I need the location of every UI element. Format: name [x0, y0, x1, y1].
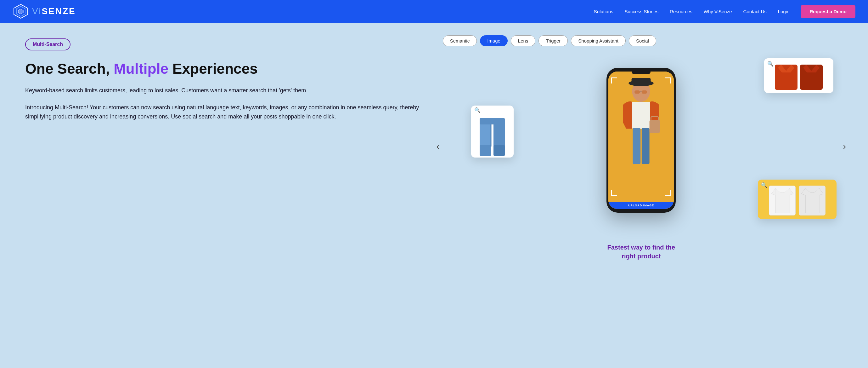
svg-rect-8	[634, 90, 640, 93]
request-demo-button[interactable]: Request a Demo	[801, 5, 856, 18]
upload-bar: UPLOAD IMAGE	[608, 202, 674, 209]
headline-part2: Experiences	[168, 60, 258, 77]
crop-corner-br	[664, 189, 671, 198]
svg-rect-18	[479, 145, 491, 156]
next-arrow[interactable]: ›	[840, 138, 849, 155]
phone-mockup: 👕	[607, 68, 676, 213]
phone-demo-area: ‹ 🔍	[433, 55, 849, 238]
phone-screen: 👕	[608, 72, 674, 209]
search-icon-jeans: 🔍	[474, 107, 480, 113]
nav-why-visenze[interactable]: Why ViSenze	[704, 9, 732, 14]
card-shirts: 🔍	[758, 179, 837, 219]
svg-rect-11	[632, 102, 650, 129]
svg-rect-9	[642, 90, 647, 93]
body-text-2: Introducing Multi-Search! Your customers…	[25, 103, 421, 122]
crop-corner-tr	[664, 77, 671, 85]
jeans-image	[478, 118, 506, 156]
crop-corner-bl	[611, 189, 618, 198]
jacket-1	[775, 64, 798, 90]
nav-login[interactable]: Login	[778, 9, 789, 14]
shirt-1	[769, 186, 796, 216]
card-jackets: 🔍	[764, 58, 833, 93]
headline: One Search, Multiple Experiences	[25, 60, 421, 77]
svg-rect-12	[633, 128, 641, 164]
tab-trigger[interactable]: Trigger	[538, 35, 568, 46]
navbar-links: Solutions Success Stories Resources Why …	[594, 5, 856, 18]
phone-image-area: 👕	[608, 72, 674, 209]
shirt-2	[799, 186, 826, 216]
navbar: ViSENZE Solutions Success Stories Resour…	[0, 0, 868, 23]
filter-tabs: Semantic Image Lens Trigger Shopping Ass…	[443, 35, 656, 46]
logo-text: ViSENZE	[32, 6, 76, 17]
jacket-2	[800, 64, 823, 90]
headline-purple: Multiple	[114, 60, 168, 77]
nav-solutions[interactable]: Solutions	[594, 9, 613, 14]
bottom-caption: Fastest way to find the right product	[608, 243, 675, 260]
phone-notch	[632, 69, 651, 74]
svg-rect-19	[494, 145, 505, 156]
jacket-images	[767, 63, 830, 91]
shirt-images	[769, 186, 826, 216]
nav-resources[interactable]: Resources	[670, 9, 692, 14]
tab-semantic[interactable]: Semantic	[443, 35, 477, 46]
main-content: Multi-Search One Search, Multiple Experi…	[0, 23, 868, 368]
nav-success-stories[interactable]: Success Stories	[625, 9, 659, 14]
crop-corner-tl	[611, 77, 618, 85]
tab-shopping-assistant[interactable]: Shopping Assistant	[571, 35, 626, 46]
right-column: Semantic Image Lens Trigger Shopping Ass…	[433, 35, 849, 260]
svg-marker-2	[18, 9, 23, 14]
svg-rect-13	[642, 128, 650, 164]
search-icon-shirts: 🔍	[761, 182, 767, 188]
card-jeans: 🔍	[471, 106, 514, 158]
caption-line2: right product	[622, 253, 660, 260]
top-section: Multi-Search One Search, Multiple Experi…	[25, 35, 849, 260]
headline-part1: One Search,	[25, 60, 114, 77]
body-text-1: Keyword-based search limits customers, l…	[25, 86, 421, 95]
nav-contact-us[interactable]: Contact Us	[743, 9, 767, 14]
multisearch-badge: Multi-Search	[25, 38, 70, 50]
svg-rect-14	[650, 120, 660, 133]
tab-image[interactable]: Image	[480, 35, 508, 46]
svg-rect-7	[632, 78, 651, 84]
tab-social[interactable]: Social	[629, 35, 656, 46]
woman-figure	[611, 75, 671, 201]
tab-lens[interactable]: Lens	[511, 35, 536, 46]
left-column: Multi-Search One Search, Multiple Experi…	[25, 35, 421, 260]
visenze-logo-icon	[12, 3, 29, 20]
prev-arrow[interactable]: ‹	[433, 138, 442, 155]
search-icon-jackets: 🔍	[767, 61, 774, 67]
logo[interactable]: ViSENZE	[12, 3, 76, 20]
caption-line1: Fastest way to find the	[608, 244, 675, 251]
svg-rect-20	[479, 118, 505, 124]
